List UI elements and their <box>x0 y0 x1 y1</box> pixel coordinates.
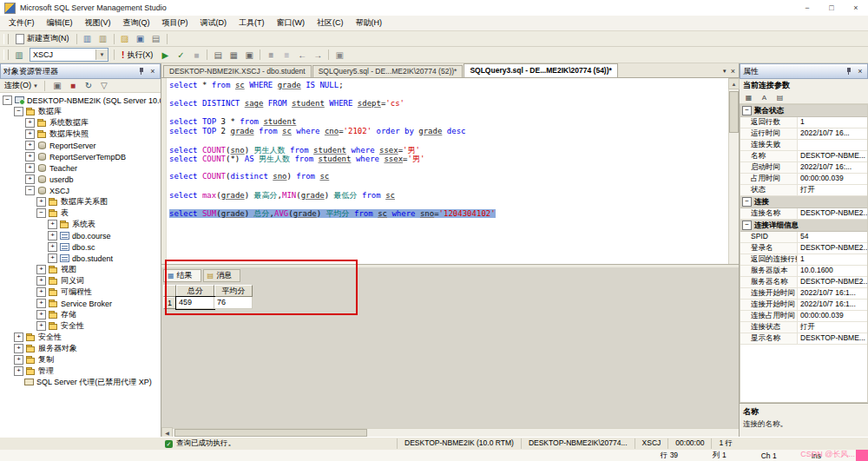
alphabetical-sort-icon[interactable]: A <box>758 91 771 103</box>
property-row[interactable]: 连接名称DESKTOP-NBME2... <box>740 208 867 220</box>
open-file-icon[interactable]: ▨ <box>118 33 132 45</box>
menu-item-2[interactable]: 视图(V) <box>79 16 117 30</box>
tree-item[interactable]: −XSCJ <box>0 185 161 196</box>
debug-icon[interactable]: ▶ <box>158 49 172 61</box>
tree-item[interactable]: +系统表 <box>0 219 161 230</box>
menu-item-1[interactable]: 编辑(E) <box>41 16 79 30</box>
expand-icon[interactable]: + <box>14 344 23 353</box>
tree-item[interactable]: +ReportServerTempDB <box>0 151 161 162</box>
chevron-down-icon[interactable]: ▼ <box>95 49 108 60</box>
expand-icon[interactable]: + <box>36 321 46 331</box>
expand-icon[interactable]: + <box>48 242 57 252</box>
expand-icon[interactable]: + <box>25 175 35 184</box>
property-row[interactable]: 连接失败 <box>740 140 867 151</box>
menu-item-0[interactable]: 文件(F) <box>3 16 41 30</box>
tree-item[interactable]: +userdb <box>0 174 161 185</box>
close-icon[interactable]: × <box>148 67 157 76</box>
save-icon[interactable]: ▣ <box>134 33 148 45</box>
tree-item[interactable]: +安全性 <box>0 332 161 343</box>
property-row[interactable]: 连接占用时间00:00:00.039 <box>740 311 867 322</box>
pin-icon[interactable] <box>845 67 852 76</box>
tree-item[interactable]: −DESKTOP-NBME2IK (SQL Server 10.0.160 <box>0 95 161 106</box>
categorized-icon[interactable]: ▦ <box>742 91 755 103</box>
property-row[interactable]: 启动时间2022/10/7 16:... <box>740 162 867 174</box>
collapse-icon[interactable]: − <box>3 95 12 105</box>
tree-item[interactable]: +视图 <box>0 264 161 275</box>
expand-icon[interactable]: + <box>48 220 57 229</box>
expand-icon[interactable]: + <box>25 118 35 128</box>
menu-item-8[interactable]: 社区(C) <box>311 16 350 30</box>
expand-icon[interactable]: + <box>36 310 46 319</box>
scrollbar-thumb[interactable] <box>729 91 739 133</box>
specify-template-icon[interactable]: ▣ <box>332 49 346 61</box>
tree-item[interactable]: +复制 <box>0 354 161 366</box>
tree-item[interactable]: −数据库 <box>0 106 161 117</box>
results-to-grid-icon[interactable]: ▦ <box>227 49 240 61</box>
menu-item-7[interactable]: 窗口(W) <box>271 16 312 30</box>
close-icon[interactable]: × <box>856 67 865 76</box>
expand-icon[interactable]: + <box>36 197 46 207</box>
maximize-button[interactable]: □ <box>819 0 844 16</box>
tree-item[interactable]: +存储 <box>0 309 161 320</box>
grid-column-header[interactable]: 总分 <box>176 285 214 297</box>
expand-icon[interactable]: + <box>48 231 57 240</box>
property-group[interactable]: −连接 <box>740 196 867 208</box>
collapse-icon[interactable]: − <box>742 221 752 230</box>
tree-item[interactable]: +管理 <box>0 366 161 377</box>
property-row[interactable]: 运行时间2022/10/7 16... <box>740 128 867 140</box>
parse-icon[interactable]: ✓ <box>174 49 187 61</box>
decrease-indent-icon[interactable]: ← <box>295 49 309 61</box>
property-row[interactable]: 连接开始时间2022/10/7 16:1... <box>740 300 867 311</box>
tree-item[interactable]: SQL Server 代理(已禁用代理 XP) <box>0 377 161 388</box>
tree-item[interactable]: +dbo.sc <box>0 241 161 253</box>
tree-item[interactable]: +Service Broker <box>0 298 161 309</box>
expand-icon[interactable]: + <box>25 163 35 173</box>
tree-item[interactable]: +数据库快照 <box>0 128 161 140</box>
tree-item[interactable]: +数据库关系图 <box>0 196 161 207</box>
tree-item[interactable]: −表 <box>0 207 161 219</box>
expand-icon[interactable]: + <box>36 287 46 297</box>
collapse-icon[interactable]: − <box>36 208 46 218</box>
database-combobox[interactable]: XSCJ ▼ <box>30 48 108 62</box>
editor-horizontal-scrollbar[interactable]: ◀ <box>161 428 739 437</box>
refresh-icon[interactable]: ↻ <box>82 80 95 92</box>
menu-item-5[interactable]: 调试(D) <box>194 16 233 30</box>
doc-tab-2[interactable]: SQLQuery3.sql - DE...ME2IK\20774 (54))* <box>464 63 617 77</box>
tree-item[interactable]: +dbo.student <box>0 253 161 264</box>
property-row[interactable]: 返回行数1 <box>740 117 867 128</box>
comment-out-icon[interactable]: ≡ <box>264 49 278 61</box>
grid-cell[interactable]: 76 <box>214 297 253 309</box>
property-row[interactable]: 显示名称DESKTOP-NBME... <box>740 333 867 345</box>
expand-icon[interactable]: + <box>36 265 46 274</box>
pin-icon[interactable] <box>138 67 145 76</box>
analysis-service-query-icon[interactable]: ▥ <box>96 33 110 45</box>
tree-item[interactable]: +Teacher <box>0 162 161 174</box>
results-tab-results[interactable]: ▦结果 <box>163 269 201 282</box>
tree-item[interactable]: +dbo.course <box>0 230 161 241</box>
uncomment-icon[interactable]: ≡ <box>279 49 293 61</box>
disconnect-icon[interactable]: ▣ <box>50 80 64 92</box>
property-row[interactable]: SPID54 <box>740 232 867 243</box>
database-engine-query-icon[interactable]: ▥ <box>81 33 95 45</box>
property-pages-icon[interactable]: ▤ <box>773 91 786 103</box>
expand-icon[interactable]: + <box>14 366 23 376</box>
expand-icon[interactable]: + <box>25 141 35 150</box>
results-to-file-icon[interactable]: ▣ <box>242 49 256 61</box>
close-button[interactable]: × <box>844 0 868 16</box>
editor-vertical-scrollbar[interactable]: ▲ <box>728 78 739 264</box>
expand-icon[interactable]: + <box>25 129 35 139</box>
active-files-dropdown-icon[interactable]: ▼ <box>722 69 727 74</box>
scroll-up-icon[interactable]: ▲ <box>728 78 740 89</box>
collapse-icon[interactable]: − <box>742 197 752 207</box>
expand-icon[interactable]: + <box>25 152 35 161</box>
new-query-button[interactable]: 新建查询(N) <box>11 32 74 45</box>
tree-item[interactable]: +ReportServer <box>0 140 161 151</box>
results-tab-messages[interactable]: ▤消息 <box>203 269 241 282</box>
property-row[interactable]: 连接开始时间2022/10/7 16:1... <box>740 288 867 300</box>
grid-column-header[interactable]: 平均分 <box>214 285 253 297</box>
connect-button[interactable]: 连接(O) ▼ <box>3 80 40 91</box>
menu-item-9[interactable]: 帮助(H) <box>350 16 389 30</box>
collapse-icon[interactable]: − <box>25 186 35 195</box>
expand-icon[interactable]: + <box>14 355 23 365</box>
results-to-text-icon[interactable]: ▤ <box>211 49 225 61</box>
